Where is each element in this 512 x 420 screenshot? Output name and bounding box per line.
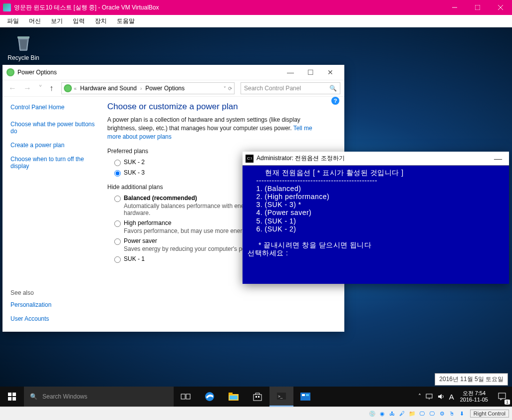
vb-display-icon[interactable]: 🖵	[418, 410, 426, 418]
vb-minimize-button[interactable]	[443, 0, 466, 15]
cmd-body[interactable]: 현재 전원옵션 [ * 표시가 활성된 것입니다 ] -------------…	[243, 166, 509, 260]
clock-date: 2016-11-05	[460, 397, 488, 403]
plan-suk2-label: SUK - 2	[124, 159, 145, 166]
tray-volume-icon[interactable]	[437, 393, 445, 400]
page-heading: Choose or customize a power plan	[107, 102, 336, 112]
vb-shared-icon[interactable]: 📁	[408, 410, 416, 418]
vb-menu-help[interactable]: 도움말	[112, 17, 140, 25]
explorer-toolbar: ← → ˅ ↑ « Hardware and Sound › Power Opt…	[2, 80, 344, 97]
vb-rec-icon[interactable]: 🖵	[428, 410, 436, 418]
svg-text:>_: >_	[278, 394, 283, 399]
taskview-button[interactable]	[174, 387, 198, 407]
search-icon: 🔍	[30, 393, 37, 400]
search-input[interactable]: Search Control Panel 🔍	[241, 82, 340, 94]
nav-up-button[interactable]: ↑	[47, 84, 55, 93]
virtualbox-menubar: 파일 머신 보기 입력 장치 도움말	[0, 15, 512, 27]
cmd-title: Administrator: 전원옵션 조정하기	[256, 154, 345, 163]
nav-back-button[interactable]: ←	[6, 84, 18, 93]
taskbar-search-placeholder: Search Windows	[42, 393, 87, 400]
plan-saver-radio[interactable]	[114, 238, 121, 245]
guest-desktop: Recycle Bin Power Options — ☐ ✕ ← → ˅ ↑ …	[0, 27, 512, 407]
breadcrumb-seg-power[interactable]: Power Options	[144, 85, 186, 92]
tray-network-icon[interactable]	[425, 393, 433, 400]
sidebar-buttons[interactable]: Choose what the power buttons do	[10, 121, 99, 135]
vb-mouse-icon[interactable]: 🖱	[448, 410, 456, 418]
explorer-icon[interactable]	[222, 387, 246, 407]
sidebar-create-plan[interactable]: Create a power plan	[10, 142, 99, 149]
svg-rect-17	[258, 396, 259, 398]
cmd-window: C:\ Administrator: 전원옵션 조정하기 — 현재 전원옵션 […	[243, 152, 509, 284]
virtualbox-titlebar: 영문판 윈도10 테스트 [실행 중] - Oracle VM VirtualB…	[0, 0, 512, 15]
vb-menu-view[interactable]: 보기	[46, 17, 68, 25]
svg-rect-1	[475, 5, 480, 10]
vb-usb-icon[interactable]: 🖋	[398, 410, 406, 418]
action-center-button[interactable]: 1	[492, 387, 512, 407]
vb-menu-file[interactable]: 파일	[2, 17, 24, 25]
plan-highperf-sub: Favors performance, but may use more ene…	[124, 227, 250, 234]
sidebar-seealso-label: See also	[10, 289, 99, 296]
power-options-titlebar[interactable]: Power Options — ☐ ✕	[2, 65, 344, 80]
nav-forward-button[interactable]: →	[21, 84, 33, 93]
svg-rect-6	[12, 393, 16, 396]
notif-badge: 1	[505, 400, 510, 405]
edge-icon[interactable]	[198, 387, 222, 407]
svg-rect-25	[499, 393, 506, 399]
plan-suk3-label: SUK - 3	[124, 169, 145, 176]
vb-menu-devices[interactable]: 장치	[90, 17, 112, 25]
svg-rect-13	[229, 393, 233, 395]
win-minimize-button[interactable]: —	[280, 68, 300, 76]
help-icon[interactable]: ?	[331, 97, 339, 105]
virtualbox-icon	[3, 3, 11, 11]
cmd-minimize-button[interactable]: —	[490, 154, 506, 163]
plan-suk2-radio[interactable]	[114, 160, 121, 166]
vb-menu-input[interactable]: 입력	[68, 17, 90, 25]
recycle-bin-label: Recycle Bin	[6, 54, 41, 61]
controlpanel-taskbar-icon[interactable]	[293, 387, 317, 407]
vb-menu-machine[interactable]: 머신	[24, 17, 46, 25]
clock-tooltip: 2016년 11월 5일 토요일	[435, 373, 508, 386]
taskbar-clock[interactable]: 오전 7:54 2016-11-05	[456, 390, 492, 403]
taskbar-search[interactable]: 🔍 Search Windows	[24, 387, 174, 407]
svg-rect-15	[254, 395, 261, 401]
svg-rect-7	[8, 397, 11, 401]
plan-balanced-radio[interactable]	[114, 196, 121, 202]
vb-proc-icon[interactable]: ⚙	[438, 410, 446, 418]
power-options-title: Power Options	[17, 69, 57, 76]
vb-cd-icon[interactable]: ◉	[378, 410, 386, 418]
store-icon[interactable]	[246, 387, 269, 407]
vb-maximize-button[interactable]	[466, 0, 489, 15]
recycle-bin[interactable]: Recycle Bin	[6, 32, 41, 61]
plan-highperf-radio[interactable]	[114, 220, 121, 227]
start-button[interactable]	[0, 387, 24, 407]
svg-rect-22	[306, 394, 309, 396]
sidebar-display-off[interactable]: Choose when to turn off the display	[10, 156, 99, 170]
plan-suk1-label: SUK - 1	[124, 255, 145, 262]
nav-recent-button[interactable]: ˅	[36, 84, 44, 93]
svg-rect-4	[17, 36, 29, 38]
cmd-titlebar[interactable]: C:\ Administrator: 전원옵션 조정하기 —	[243, 152, 509, 166]
breadcrumb-seg-hardware[interactable]: Hardware and Sound	[79, 85, 138, 92]
sidebar-personalization[interactable]: Personalization	[10, 301, 99, 308]
win-maximize-button[interactable]: ☐	[300, 68, 320, 76]
sidebar-user-accounts[interactable]: User Accounts	[10, 315, 99, 322]
breadcrumb-dropdown[interactable]: ˅	[224, 86, 226, 91]
vb-kb-icon[interactable]: ⬇	[458, 410, 466, 418]
plan-suk3-radio[interactable]	[114, 170, 121, 177]
win-close-button[interactable]: ✕	[320, 68, 340, 76]
sidebar-home[interactable]: Control Panel Home	[10, 104, 99, 111]
vb-close-button[interactable]	[489, 0, 512, 15]
cmd-icon: C:\	[246, 155, 254, 163]
chevron-left-icon: «	[74, 86, 77, 91]
tray-ime[interactable]: A	[449, 393, 454, 401]
plan-suk1-radio[interactable]	[114, 256, 121, 263]
breadcrumb-refresh[interactable]: ⟳	[228, 86, 232, 91]
svg-rect-23	[426, 394, 432, 398]
vb-hostkey[interactable]: Right Control	[470, 410, 509, 418]
cmd-taskbar-icon[interactable]: >_	[269, 387, 293, 407]
virtualbox-statusbar: 💿 ◉ 🖧 🖋 📁 🖵 🖵 ⚙ 🖱 ⬇ Right Control	[0, 407, 512, 420]
vb-hdd-icon[interactable]: 💿	[368, 410, 376, 418]
svg-rect-14	[230, 396, 238, 400]
breadcrumb[interactable]: « Hardware and Sound › Power Options ˅ ⟳	[61, 82, 235, 94]
tray-chevron-icon[interactable]: ˄	[418, 393, 421, 400]
vb-net-icon[interactable]: 🖧	[388, 410, 396, 418]
